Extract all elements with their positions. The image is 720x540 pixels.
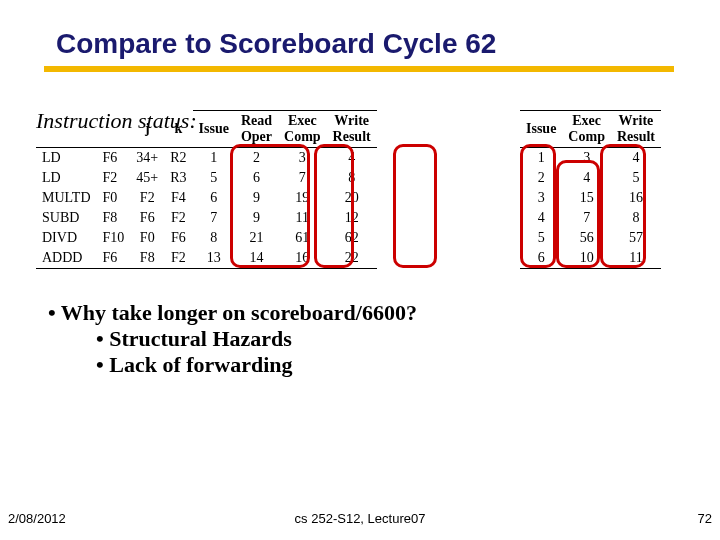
table-row: 5 56 57 — [520, 228, 661, 248]
bullet-answer-1: • Structural Hazards — [96, 326, 417, 352]
col-read: ReadOper — [235, 111, 278, 148]
table-row: 2 4 5 — [520, 168, 661, 188]
cell-k: R2 — [164, 148, 192, 169]
cell-fi: F6 — [97, 148, 131, 169]
table-header-row: Issue ExecComp WriteResult — [520, 111, 661, 148]
table-row: LD F2 45+ R3 5 6 7 8 — [36, 168, 377, 188]
cell-read: 2 — [235, 148, 278, 169]
cell-op: LD — [36, 148, 97, 169]
table-row: 1 3 4 — [520, 148, 661, 169]
bullets: • Why take longer on scoreboard/6600? • … — [48, 300, 417, 378]
slide-title: Compare to Scoreboard Cycle 62 — [56, 28, 496, 60]
footer-center: cs 252-S12, Lecture07 — [0, 511, 720, 526]
col-issue: Issue — [193, 111, 235, 148]
footer-page: 72 — [698, 511, 712, 526]
cell-write: 4 — [327, 148, 377, 169]
cell-j: 34+ — [130, 148, 164, 169]
col-k: k — [164, 111, 192, 148]
table-row: LD F6 34+ R2 1 2 3 4 — [36, 148, 377, 169]
title-underline — [44, 66, 674, 72]
cell-exec: 3 — [278, 148, 327, 169]
col-write: WriteResult — [611, 111, 661, 148]
highlight-ring — [393, 144, 437, 268]
table-row: 6 10 11 — [520, 248, 661, 269]
col-instr — [36, 111, 130, 148]
table-row: DIVD F10 F0 F6 8 21 61 62 — [36, 228, 377, 248]
col-write: WriteResult — [327, 111, 377, 148]
table-row: SUBD F8 F6 F2 7 9 11 12 — [36, 208, 377, 228]
instruction-status-table: j k Issue ReadOper ExecComp WriteResult … — [36, 110, 377, 269]
table-row: ADDD F6 F8 F2 13 14 16 22 — [36, 248, 377, 269]
table-header-row: j k Issue ReadOper ExecComp WriteResult — [36, 111, 377, 148]
table-row: 4 7 8 — [520, 208, 661, 228]
cell-issue: 1 — [193, 148, 235, 169]
table-row: MULTD F0 F2 F4 6 9 19 20 — [36, 188, 377, 208]
bullet-answer-2: • Lack of forwarding — [96, 352, 417, 378]
col-exec: ExecComp — [278, 111, 327, 148]
col-j: j — [130, 111, 164, 148]
table-row: 3 15 16 — [520, 188, 661, 208]
col-exec: ExecComp — [562, 111, 611, 148]
bullet-question: • Why take longer on scoreboard/6600? — [48, 300, 417, 326]
col-issue: Issue — [520, 111, 562, 148]
tomasulo-table: Issue ExecComp WriteResult 1 3 4 2 4 5 3… — [520, 110, 661, 269]
